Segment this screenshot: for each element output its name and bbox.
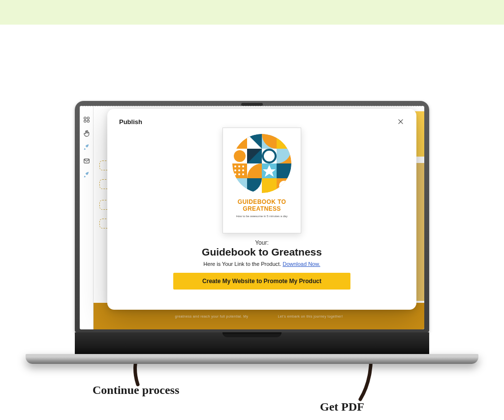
backdrop-footer-right: Let's embark on this journey together! xyxy=(278,315,343,318)
laptop-base-plate xyxy=(26,354,478,364)
svg-point-23 xyxy=(238,169,240,171)
download-link[interactable]: Download Now. xyxy=(283,261,320,267)
cover-title-line1: GUIDEBOOK TO xyxy=(238,198,286,205)
svg-point-20 xyxy=(238,165,240,167)
laptop-device: greatness and reach your full potential.… xyxy=(75,101,429,354)
svg-rect-12 xyxy=(277,134,291,149)
svg-rect-1 xyxy=(87,117,89,119)
close-button[interactable] xyxy=(397,118,405,126)
svg-point-24 xyxy=(242,169,244,171)
laptop-screen: greatness and reach your full potential.… xyxy=(80,106,424,329)
product-cover: GUIDEBOOK TO GREATNESS How to be awesome… xyxy=(222,128,301,233)
publish-modal: Publish xyxy=(107,109,416,310)
download-line: Here is Your Link to the Product. Downlo… xyxy=(203,261,320,267)
svg-point-19 xyxy=(234,165,236,167)
mail-icon[interactable] xyxy=(83,158,90,164)
grid-icon[interactable] xyxy=(83,116,90,123)
cover-title-line2: GREATNESS xyxy=(243,205,281,212)
modal-header: Publish xyxy=(119,118,405,126)
product-name: Guidebook to Greatness xyxy=(202,246,322,258)
stage: Continue process Get PDF xyxy=(0,25,504,420)
svg-rect-2 xyxy=(84,120,86,122)
svg-point-26 xyxy=(238,173,240,175)
rocket-icon[interactable] xyxy=(83,144,90,151)
svg-point-14 xyxy=(234,150,246,162)
cover-subtitle: How to be awesome in 5 minutes a day xyxy=(236,215,288,218)
svg-rect-0 xyxy=(84,117,86,119)
svg-point-21 xyxy=(242,165,244,167)
laptop-screen-bezel: greatness and reach your full potential.… xyxy=(75,101,429,332)
cover-title: GUIDEBOOK TO GREATNESS xyxy=(238,199,286,213)
app-sidebar xyxy=(80,106,94,329)
svg-rect-3 xyxy=(87,120,89,122)
svg-point-22 xyxy=(234,169,236,171)
backdrop-footer-left: greatness and reach your full potential.… xyxy=(175,315,248,318)
svg-rect-30 xyxy=(277,163,291,178)
modal-body: GUIDEBOOK TO GREATNESS How to be awesome… xyxy=(119,126,405,300)
modal-title: Publish xyxy=(119,118,142,126)
rocket2-icon[interactable] xyxy=(83,171,90,178)
page-top-band xyxy=(0,0,504,25)
download-prefix: Here is Your Link to the Product. xyxy=(203,261,283,267)
svg-point-25 xyxy=(234,173,236,175)
laptop-keyboard-deck xyxy=(75,332,429,354)
hand-icon[interactable] xyxy=(83,130,90,137)
create-website-button[interactable]: Create My Website to Promote My Product xyxy=(173,273,350,290)
svg-rect-31 xyxy=(232,178,247,193)
svg-rect-9 xyxy=(232,134,247,149)
svg-point-35 xyxy=(279,181,289,191)
cover-art-icon xyxy=(232,134,291,193)
svg-rect-34 xyxy=(277,178,291,193)
svg-point-27 xyxy=(242,173,244,175)
your-label: Your: xyxy=(255,239,269,246)
svg-rect-33 xyxy=(262,178,277,193)
